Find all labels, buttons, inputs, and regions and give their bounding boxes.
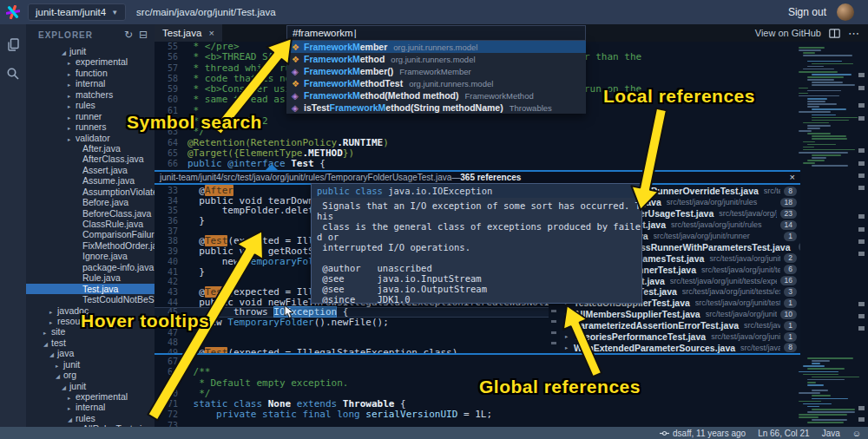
symbol-result-row[interactable]: ◈FrameworkMember()FrameworkMember <box>286 65 586 77</box>
sign-out-button[interactable]: Sign out <box>788 6 826 18</box>
code-browser-app: junit-team/junit4 ▼ src/main/java/org/ju… <box>0 0 868 439</box>
avatar[interactable] <box>837 3 854 21</box>
line-number: 44 <box>155 298 178 308</box>
collapse-all-icon[interactable]: ⊟ <box>139 29 148 41</box>
tree-folder-item[interactable]: ▸experimental <box>26 56 155 67</box>
tree-folder-item[interactable]: ◢junit <box>26 46 155 56</box>
symbol-result-row[interactable]: ❖FrameworkMethodTestorg.junit.runners.mo… <box>286 77 586 89</box>
tree-file-item[interactable]: TestCouldNotBeSkipped... <box>26 294 155 305</box>
tree-folder-item[interactable]: ▸rules <box>26 100 155 110</box>
tree-folder-item[interactable]: ◢org <box>26 370 155 380</box>
search-icon[interactable] <box>0 61 26 87</box>
chevron-expanded-icon: ◢ <box>68 415 76 423</box>
reference-file-row[interactable]: ▸AllMembersSupplierTest.javasrc/test/jav… <box>560 309 800 320</box>
more-actions-icon[interactable]: ⋯ <box>848 27 859 40</box>
tree-file-item[interactable]: After.java <box>26 143 155 154</box>
line-number: 39 <box>155 246 178 257</box>
close-icon[interactable]: × <box>790 173 795 182</box>
tree-folder-item[interactable]: ▸internal <box>26 402 155 412</box>
tree-file-item[interactable]: AfterClass.java <box>26 154 155 164</box>
tree-folder-item[interactable]: ◢junit <box>26 381 155 391</box>
chevron-down-icon: ▼ <box>111 9 118 16</box>
reference-count-badge: 8 <box>784 343 797 352</box>
peek-header: junit-team/junit4/src/test/java/org/juni… <box>155 172 800 183</box>
symbol-result-row[interactable]: ◈FrameworkMethod(Method method)Framework… <box>286 89 586 102</box>
tree-file-item[interactable]: Test.java <box>26 284 155 294</box>
repo-picker-button[interactable]: junit-team/junit4 ▼ <box>28 3 126 21</box>
language-mode[interactable]: Java <box>822 429 840 438</box>
chevron-collapsed-icon: ▸ <box>56 361 63 370</box>
tree-file-item[interactable]: AssumptionViolatedExce... <box>26 187 155 197</box>
reference-file-path: src/test/java/org/junit/rules <box>667 198 777 206</box>
blame-info: dsaff, 11 years ago <box>660 429 746 438</box>
symbol-search-input[interactable]: #frameworkm| <box>286 25 586 41</box>
tree-file-item[interactable]: package-info.java <box>26 262 155 272</box>
tree-folder-item[interactable]: ◢java <box>26 348 155 358</box>
reference-file-row[interactable]: ▸TheoriesPerformanceTest.javasrc/test/ja… <box>560 331 800 343</box>
view-on-github-link[interactable]: View on GitHub <box>755 28 821 38</box>
activity-bar <box>0 24 26 427</box>
chevron-collapsed-icon: ▸ <box>565 311 574 318</box>
tree-file-item[interactable]: ComparisonFailure.java <box>26 229 155 239</box>
reference-count-badge: 8 <box>784 187 797 196</box>
reference-file-row[interactable]: ▸WithExtendedParameterSources.javasrc/te… <box>560 342 800 353</box>
reference-file-row[interactable]: ▸ParameterizedAssertionErrorTest.javasrc… <box>560 320 800 331</box>
explorer-title: EXPLORER <box>38 30 93 40</box>
overview-ruler[interactable] <box>858 42 866 427</box>
tree-item-label: internal <box>76 402 105 412</box>
split-editor-icon[interactable] <box>829 29 840 38</box>
line-number: 35 <box>155 206 178 216</box>
tree-folder-item[interactable]: ▸experimental <box>26 391 155 402</box>
tree-file-item[interactable]: Before.java <box>26 197 155 207</box>
line-number: 37 <box>155 226 178 237</box>
sourcegraph-logo-icon[interactable] <box>0 5 26 19</box>
line-number: 58 <box>155 74 178 84</box>
symbol-result-row[interactable]: ◈isTestFrameworkMethod(String methodName… <box>286 102 586 114</box>
tree-file-item[interactable]: ClassRule.java <box>26 219 155 229</box>
tree-file-item[interactable]: Rule.java <box>26 272 155 283</box>
ruler-mark <box>858 227 865 232</box>
breadcrumb[interactable]: src/main/java/org/junit/Test.java <box>136 7 275 17</box>
tree-folder-item[interactable]: ▸matchers <box>26 89 155 100</box>
line-number: 40 <box>155 257 178 267</box>
feedback-smiley-icon[interactable]: ☺ <box>852 429 861 438</box>
tree-file-item[interactable]: Assume.java <box>26 175 155 186</box>
tree-folder-item[interactable]: ▸junit <box>26 359 155 370</box>
reference-file-path: src/test/java/org/junit/rules <box>719 209 776 218</box>
cursor-position[interactable]: Ln 66, Col 21 <box>758 429 810 438</box>
line-number: 42 <box>155 277 178 287</box>
tree-folder-item[interactable]: ▸internal <box>26 78 155 88</box>
tooltip-body: Signals that an I/O exception of some so… <box>312 198 641 304</box>
tree-folder-item[interactable]: ▸function <box>26 68 155 78</box>
files-icon[interactable] <box>0 31 26 57</box>
tree-file-item[interactable]: BeforeClass.java <box>26 208 155 219</box>
tree-file-item[interactable]: Assert.java <box>26 165 155 175</box>
ruler-mark <box>858 148 865 153</box>
tree-file-item[interactable]: FixMethodOrder.java <box>26 240 155 251</box>
chevron-collapsed-icon: ▸ <box>68 91 76 100</box>
tree-folder-item[interactable]: ▸validator <box>26 133 155 143</box>
symbol-result-row[interactable]: ❖FrameworkMethodorg.junit.runners.model <box>286 53 586 65</box>
ruler-mark <box>858 103 865 108</box>
refresh-icon[interactable]: ↻ <box>124 29 133 41</box>
tree-folder-item[interactable]: ◢rules <box>26 413 155 423</box>
line-number: 72 <box>155 410 178 420</box>
reference-count-badge: 18 <box>780 198 797 207</box>
peek-reference-count: 365 references <box>460 173 521 182</box>
tab-test-java[interactable]: Test.java × <box>155 24 222 42</box>
tree-file-item[interactable]: Ignore.java <box>26 251 155 261</box>
close-icon[interactable]: × <box>208 28 214 38</box>
line-number: 34 <box>155 196 178 206</box>
tree-item-label: Before.java <box>82 197 128 207</box>
ruler-mark <box>858 252 865 256</box>
text-caret: | <box>354 28 357 38</box>
tree-item-label: experimental <box>76 56 128 67</box>
tree-folder-item[interactable]: ◢test <box>26 337 155 348</box>
reference-file-path: src/test/java/org/junit/tests/experiment… <box>670 277 777 285</box>
minimap[interactable] <box>799 42 856 427</box>
chevron-collapsed-icon: ▸ <box>68 393 76 402</box>
symbol-result-row[interactable]: ❖FrameworkMemberorg.junit.runners.model <box>286 41 586 53</box>
line-number: 56 <box>155 52 178 62</box>
symbol-detail: org.junit.runners.model <box>409 79 493 88</box>
symbol-detail: FrameworkMember <box>399 67 470 76</box>
